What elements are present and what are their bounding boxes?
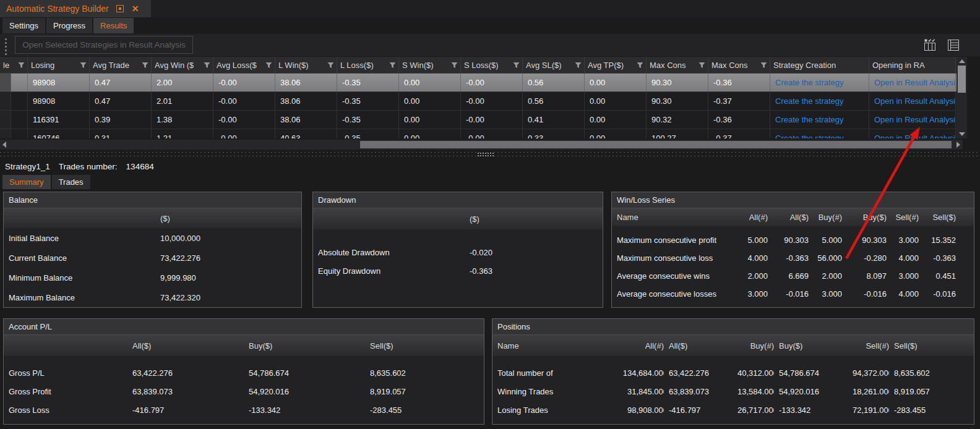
- tab-results[interactable]: Results: [93, 18, 134, 33]
- column-header[interactable]: L Win($): [275, 57, 337, 73]
- create-strategy-link[interactable]: Create the strategy: [775, 134, 844, 138]
- layout-list-icon[interactable]: [945, 37, 961, 53]
- splitter-grip[interactable]: [478, 153, 494, 156]
- strategy-row[interactable]: 1163910.391.38-0.0038.06-0.350.00-0.000.…: [0, 111, 956, 129]
- panel-column-header: Sell($): [889, 341, 974, 350]
- column-header[interactable]: le: [0, 57, 28, 73]
- column-header-label: S Win($): [402, 61, 434, 70]
- column-header[interactable]: Max Cons: [647, 57, 708, 73]
- trades-number-value: 134684: [126, 162, 154, 171]
- scroll-left-arrow-icon[interactable]: [2, 142, 6, 148]
- panel-row: Maximum Balance73,422.320: [4, 287, 301, 307]
- column-header-label: Max Cons: [711, 61, 748, 70]
- column-header-label: Avg TP($): [588, 61, 624, 70]
- column-header[interactable]: Avg SL($): [523, 57, 585, 73]
- panel-cell: 40,312.000: [729, 368, 774, 378]
- open-selected-strategies-button[interactable]: Open Selected Strategies in Result Analy…: [15, 36, 193, 54]
- column-header-label: Avg Trade: [93, 61, 129, 70]
- column-header[interactable]: Avg Loss($: [213, 57, 275, 73]
- panel-cell: 5.000: [736, 236, 768, 245]
- filter-icon[interactable]: [637, 62, 643, 69]
- toolbar-grip-handle[interactable]: [5, 38, 7, 55]
- grid-horizontal-scrollbar[interactable]: [0, 140, 963, 150]
- column-header-label: S Loss($): [464, 61, 499, 70]
- row-selector[interactable]: [0, 111, 11, 129]
- panel-cell: Gross Loss: [4, 406, 127, 415]
- tab-progress[interactable]: Progress: [46, 18, 92, 33]
- panel-cell: 8,635.602: [889, 368, 974, 378]
- column-header[interactable]: Losing: [28, 57, 90, 73]
- filter-icon[interactable]: [265, 62, 272, 69]
- grid-cell: Create the strategy: [770, 111, 869, 129]
- strategy-row[interactable]: 989080.472.01-0.0038.06-0.350.00-0.000.5…: [0, 92, 956, 111]
- filter-icon[interactable]: [389, 62, 396, 69]
- column-header[interactable]: Opening in RA: [869, 57, 956, 73]
- strategies-grid: leLosingAvg TradeAvg Win ($Avg Loss($L W…: [0, 57, 956, 138]
- panel-cell: 54,786.674: [774, 368, 845, 378]
- filter-icon[interactable]: [204, 62, 210, 69]
- column-header[interactable]: Avg Trade: [90, 57, 152, 73]
- panel-row: Winning Trades31,845.00063,839.07313,584…: [492, 382, 974, 401]
- grid-cell: [11, 129, 28, 138]
- panel-cell: 4.000: [887, 253, 919, 263]
- grid-cell: 0.00: [585, 92, 647, 110]
- filter-icon[interactable]: [18, 62, 25, 69]
- grid-vertical-scrollbar[interactable]: [956, 57, 967, 138]
- tab-trades[interactable]: Trades: [52, 175, 90, 189]
- filter-icon[interactable]: [513, 62, 520, 69]
- scroll-up-arrow-icon[interactable]: [959, 59, 965, 63]
- column-header[interactable]: S Loss($): [461, 57, 523, 73]
- panel-cell: 63,839.073: [664, 387, 729, 396]
- column-header[interactable]: Avg Win ($: [152, 57, 213, 73]
- close-icon[interactable]: ✕: [132, 0, 139, 17]
- create-strategy-link[interactable]: Create the strategy: [775, 78, 844, 87]
- column-header-label: Max Cons: [650, 61, 686, 70]
- grid-cell: Create the strategy: [770, 74, 869, 91]
- grid-cell: 0.00: [399, 129, 461, 138]
- filter-icon[interactable]: [451, 62, 458, 69]
- window-title-tab[interactable]: Automatic Strategy Builder ✕: [0, 0, 151, 17]
- column-chooser-icon[interactable]: [922, 37, 938, 53]
- float-window-icon[interactable]: [116, 5, 124, 12]
- filter-icon[interactable]: [698, 62, 705, 69]
- drawdown-table: ($)Absolute Drawdown-0.020Equity Drawdow…: [313, 208, 603, 280]
- panel-splitter[interactable]: [0, 151, 980, 158]
- row-selector[interactable]: [0, 129, 11, 138]
- grid-cell: -0.35: [337, 74, 399, 91]
- panel-cell: 15.352: [919, 236, 966, 245]
- filter-icon[interactable]: [142, 62, 148, 69]
- tab-trades-label: Trades: [59, 177, 84, 187]
- strategy-row[interactable]: 1607460.311.21-0.0040.63-0.350.00-0.000.…: [0, 129, 956, 138]
- strategy-row[interactable]: 989080.472.00-0.0038.06-0.350.00-0.000.5…: [0, 74, 956, 92]
- grid-cell: [11, 74, 28, 91]
- column-header[interactable]: Strategy Creation: [770, 57, 869, 73]
- vertical-scrollbar-thumb[interactable]: [958, 66, 966, 93]
- open-in-result-analysis-link[interactable]: Open in Result Analysis: [874, 115, 956, 124]
- filter-icon[interactable]: [327, 62, 334, 69]
- open-in-result-analysis-link[interactable]: Open in Result Analysis: [874, 96, 956, 106]
- horizontal-scrollbar-thumb[interactable]: [360, 141, 952, 148]
- column-header[interactable]: Max Cons: [708, 57, 770, 73]
- scroll-down-arrow-icon[interactable]: [959, 132, 965, 136]
- create-strategy-link[interactable]: Create the strategy: [775, 96, 844, 106]
- filter-icon[interactable]: [80, 62, 87, 69]
- column-header[interactable]: L Loss($): [337, 57, 399, 73]
- row-selector[interactable]: [0, 74, 11, 91]
- open-in-result-analysis-link[interactable]: Open in Result Analysis: [874, 134, 956, 138]
- tab-settings[interactable]: Settings: [2, 18, 45, 33]
- scroll-right-arrow-icon[interactable]: [956, 142, 960, 148]
- panel-cell: 8,919.057: [365, 387, 484, 396]
- grid-cell: Open in Result Analysis: [869, 111, 956, 129]
- filter-icon[interactable]: [575, 62, 582, 69]
- tab-summary[interactable]: Summary: [2, 175, 51, 189]
- panel-column-header: All($): [127, 341, 244, 350]
- column-header[interactable]: S Win($): [399, 57, 461, 73]
- column-header[interactable]: Avg TP($): [585, 57, 647, 73]
- row-selector[interactable]: [0, 92, 11, 110]
- tab-results-label: Results: [100, 21, 127, 30]
- create-strategy-link[interactable]: Create the strategy: [775, 115, 844, 124]
- clipped-value: 98,908.000: [627, 406, 664, 415]
- winloss-panel-title: Win/Loss Series: [612, 192, 974, 208]
- open-in-result-analysis-link[interactable]: Open in Result Analysis: [874, 78, 956, 87]
- filter-icon[interactable]: [760, 62, 767, 69]
